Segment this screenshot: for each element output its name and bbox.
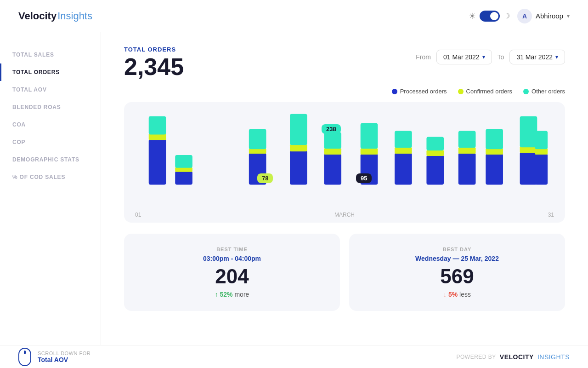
tooltip-badge-95: 95 <box>356 173 372 183</box>
powered-logo-insights: Insights <box>537 353 570 361</box>
svg-rect-34 <box>535 148 548 155</box>
date-to-select[interactable]: 31 Mar 2022 ▾ <box>509 50 565 64</box>
svg-rect-1 <box>149 133 166 140</box>
bar-group-9[interactable] <box>458 131 476 185</box>
chevron-down-icon: ▾ <box>482 54 485 60</box>
powered-by-label: POWERED BY <box>457 354 496 360</box>
best-day-change: ↓ 5% less <box>443 291 471 298</box>
best-day-value: Wednesday — 25 Mar, 2022 <box>415 255 499 262</box>
tooltip-badge-78: 78 <box>257 173 273 183</box>
content-area: TOTAL ORDERS 2,345 From 01 Mar 2022 ▾ To… <box>101 32 588 368</box>
date-from-label: From <box>416 53 431 61</box>
best-day-sub: BEST DAY <box>443 247 472 252</box>
svg-rect-21 <box>426 155 444 184</box>
best-time-num: 204 <box>215 265 249 288</box>
svg-rect-5 <box>175 155 192 168</box>
legend-dot-other <box>523 89 529 94</box>
svg-rect-28 <box>486 148 503 155</box>
sidebar-item-pct-cod-sales[interactable]: % OF COD SALES <box>0 168 101 186</box>
best-day-card: BEST DAY Wednesday — 25 Mar, 2022 569 ↓ … <box>349 234 565 311</box>
svg-rect-30 <box>520 152 537 184</box>
svg-rect-31 <box>520 146 537 153</box>
best-time-change-label: more <box>234 291 249 298</box>
chart-legend: Processed orders Confirmed orders Other … <box>124 88 565 95</box>
toggle-knob <box>490 12 498 20</box>
svg-rect-33 <box>535 154 548 184</box>
svg-rect-18 <box>395 153 412 184</box>
svg-rect-22 <box>426 150 444 156</box>
best-time-sub: BEST TIME <box>216 247 248 252</box>
bar-group-4[interactable] <box>290 114 307 185</box>
bar-group-11[interactable] <box>520 116 537 185</box>
chevron-down-icon: ▾ <box>567 13 570 19</box>
svg-rect-26 <box>458 131 476 148</box>
svg-rect-13 <box>324 148 341 155</box>
stat-label: TOTAL ORDERS <box>124 46 184 53</box>
sun-icon: ☀ <box>469 11 476 21</box>
bar-group-5[interactable] <box>324 132 341 185</box>
sidebar: TOTAL SALES TOTAL ORDERS TOTAL AOV BLEND… <box>0 32 101 368</box>
svg-rect-14 <box>324 132 341 149</box>
scroll-dot <box>24 351 26 354</box>
best-time-change: ↑ 52% more <box>215 291 249 298</box>
bar-group-12[interactable] <box>535 131 548 185</box>
down-arrow-icon: ↓ <box>443 291 448 298</box>
legend-item-processed: Processed orders <box>392 88 447 95</box>
header: Velocity Insights ☀ ☽ A Abhiroop ▾ <box>0 0 588 32</box>
svg-rect-35 <box>535 131 548 150</box>
up-arrow-icon: ↑ <box>215 291 220 298</box>
best-time-card: BEST TIME 03:00pm - 04:00pm 204 ↑ 52% mo… <box>124 234 340 311</box>
legend-label-confirmed: Confirmed orders <box>466 88 512 95</box>
legend-label-other: Other orders <box>531 88 565 95</box>
date-to-label: To <box>498 53 504 61</box>
legend-label-processed: Processed orders <box>400 88 447 95</box>
logo: Velocity Insights <box>18 10 92 22</box>
svg-rect-27 <box>486 154 503 184</box>
bar-chart: 78 238 95 <box>124 102 565 223</box>
svg-rect-32 <box>520 116 537 147</box>
svg-rect-25 <box>458 147 476 154</box>
bar-group-1[interactable] <box>149 116 166 185</box>
theme-toggle-area: ☀ ☽ <box>469 11 510 22</box>
stats-header: TOTAL ORDERS 2,345 From 01 Mar 2022 ▾ To… <box>124 46 565 79</box>
sidebar-item-coa[interactable]: COA <box>0 116 101 133</box>
sidebar-item-blended-roas[interactable]: BLENDED ROAS <box>0 98 101 116</box>
svg-rect-2 <box>149 116 166 135</box>
svg-rect-9 <box>290 150 307 184</box>
legend-item-other: Other orders <box>523 88 565 95</box>
svg-rect-29 <box>486 129 503 150</box>
chevron-down-icon: ▾ <box>555 54 558 60</box>
svg-rect-11 <box>290 114 307 145</box>
sidebar-item-demographic-stats[interactable]: DEMOGRAPHIC STATS <box>0 151 101 168</box>
scroll-hint: SCROLL DOWN FOR Total AOV <box>18 348 90 366</box>
best-time-value: 03:00pm - 04:00pm <box>203 255 261 262</box>
sidebar-item-total-aov[interactable]: TOTAL AOV <box>0 81 101 98</box>
bar-group-8[interactable] <box>426 137 444 184</box>
user-menu[interactable]: A Abhiroop ▾ <box>517 9 570 23</box>
theme-toggle[interactable] <box>480 11 500 22</box>
scroll-link[interactable]: Total AOV <box>38 356 90 363</box>
svg-rect-23 <box>426 137 444 150</box>
date-from-select[interactable]: 01 Mar 2022 ▾ <box>436 50 492 64</box>
moon-icon: ☽ <box>503 12 510 20</box>
best-day-change-label: less <box>459 291 471 298</box>
bar-group-10[interactable] <box>486 129 503 185</box>
svg-rect-10 <box>290 144 307 151</box>
sidebar-item-total-sales[interactable]: TOTAL SALES <box>0 46 101 63</box>
svg-rect-8 <box>249 129 266 150</box>
svg-rect-0 <box>149 139 166 184</box>
stat-value: 2,345 <box>124 55 184 79</box>
tooltip-badge-238: 238 <box>322 124 341 134</box>
sidebar-item-total-orders[interactable]: TOTAL ORDERS <box>0 63 101 81</box>
bar-group-2[interactable] <box>175 155 192 184</box>
logo-velocity: Velocity <box>18 10 57 22</box>
svg-rect-19 <box>395 147 412 154</box>
legend-dot-confirmed <box>458 89 464 94</box>
svg-rect-4 <box>175 167 192 172</box>
bar-group-7[interactable] <box>395 131 412 185</box>
best-day-num: 569 <box>440 265 474 288</box>
sidebar-item-cop[interactable]: COP <box>0 133 101 151</box>
svg-rect-3 <box>175 171 192 185</box>
avatar: A <box>517 9 532 23</box>
date-controls: From 01 Mar 2022 ▾ To 31 Mar 2022 ▾ <box>416 50 565 64</box>
